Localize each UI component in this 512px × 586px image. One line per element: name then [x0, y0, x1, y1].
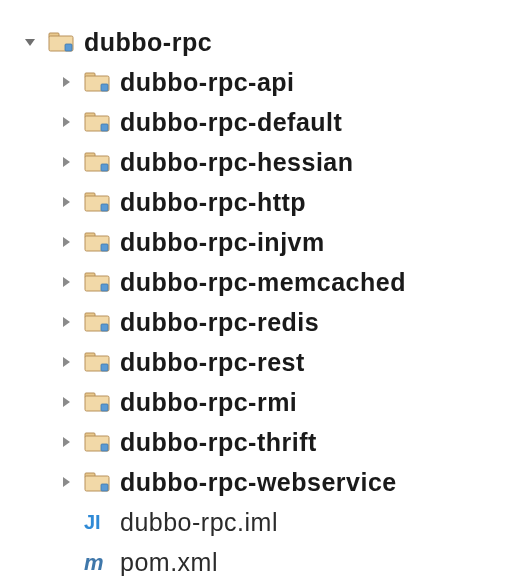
module-folder-icon	[84, 111, 110, 133]
tree-row[interactable]: m pom.xml	[22, 542, 512, 582]
tree-label: dubbo-rpc.iml	[120, 502, 278, 542]
module-folder-icon	[84, 231, 110, 253]
svg-marker-44	[63, 477, 70, 487]
chevron-right-icon[interactable]	[58, 194, 74, 210]
tree-row[interactable]: dubbo-rpc-http	[22, 182, 512, 222]
tree-label: dubbo-rpc-memcached	[120, 262, 406, 302]
chevron-right-icon[interactable]	[58, 154, 74, 170]
tree-label: dubbo-rpc-rest	[120, 342, 305, 382]
chevron-right-icon[interactable]	[58, 354, 74, 370]
chevron-right-icon[interactable]	[58, 314, 74, 330]
module-folder-icon	[48, 31, 74, 53]
tree-label: dubbo-rpc-default	[120, 102, 342, 142]
tree-row[interactable]: dubbo-rpc-memcached	[22, 262, 512, 302]
tree-label: dubbo-rpc-hessian	[120, 142, 354, 182]
tree-row[interactable]: dubbo-rpc-thrift	[22, 422, 512, 462]
module-folder-icon	[84, 71, 110, 93]
maven-pom-icon: m	[84, 551, 110, 573]
chevron-right-icon[interactable]	[58, 474, 74, 490]
module-folder-icon	[84, 351, 110, 373]
svg-rect-11	[101, 124, 108, 131]
svg-rect-31	[101, 324, 108, 331]
chevron-right-icon[interactable]	[58, 234, 74, 250]
svg-marker-36	[63, 397, 70, 407]
tree-label: dubbo-rpc-http	[120, 182, 306, 222]
tree-row[interactable]: dubbo-rpc-rmi	[22, 382, 512, 422]
iml-file-icon: JI	[84, 511, 110, 533]
svg-rect-43	[101, 444, 108, 451]
svg-text:m: m	[84, 551, 104, 573]
svg-rect-15	[101, 164, 108, 171]
svg-marker-0	[25, 39, 35, 46]
tree-row[interactable]: dubbo-rpc-hessian	[22, 142, 512, 182]
svg-text:JI: JI	[84, 511, 101, 533]
tree-row[interactable]: dubbo-rpc-webservice	[22, 462, 512, 502]
tree-label: dubbo-rpc-api	[120, 62, 295, 102]
module-folder-icon	[84, 311, 110, 333]
chevron-right-icon[interactable]	[58, 74, 74, 90]
chevron-down-icon[interactable]	[22, 34, 38, 50]
svg-marker-20	[63, 237, 70, 247]
svg-rect-35	[101, 364, 108, 371]
svg-marker-16	[63, 197, 70, 207]
svg-rect-47	[101, 484, 108, 491]
svg-marker-40	[63, 437, 70, 447]
svg-rect-23	[101, 244, 108, 251]
svg-marker-24	[63, 277, 70, 287]
tree-row[interactable]: dubbo-rpc-api	[22, 62, 512, 102]
svg-rect-3	[65, 44, 72, 51]
svg-rect-27	[101, 284, 108, 291]
tree-label: dubbo-rpc-injvm	[120, 222, 325, 262]
module-folder-icon	[84, 151, 110, 173]
svg-marker-8	[63, 117, 70, 127]
tree-row[interactable]: dubbo-rpc-injvm	[22, 222, 512, 262]
svg-rect-39	[101, 404, 108, 411]
module-folder-icon	[84, 271, 110, 293]
tree-row[interactable]: JI dubbo-rpc.iml	[22, 502, 512, 542]
svg-rect-7	[101, 84, 108, 91]
module-folder-icon	[84, 191, 110, 213]
svg-marker-28	[63, 317, 70, 327]
svg-marker-32	[63, 357, 70, 367]
tree-children: dubbo-rpc-api dubbo-rpc-default dubbo-rp…	[22, 62, 512, 582]
svg-marker-12	[63, 157, 70, 167]
tree-label: dubbo-rpc-rmi	[120, 382, 297, 422]
chevron-right-icon[interactable]	[58, 114, 74, 130]
project-tree: dubbo-rpc dubbo-rpc-api dubbo-rpc-defaul…	[0, 0, 512, 582]
chevron-right-icon[interactable]	[58, 274, 74, 290]
chevron-right-icon[interactable]	[58, 394, 74, 410]
tree-row[interactable]: dubbo-rpc-redis	[22, 302, 512, 342]
tree-row-root[interactable]: dubbo-rpc	[22, 22, 512, 62]
chevron-right-icon[interactable]	[58, 434, 74, 450]
module-folder-icon	[84, 471, 110, 493]
module-folder-icon	[84, 431, 110, 453]
svg-marker-4	[63, 77, 70, 87]
svg-rect-19	[101, 204, 108, 211]
tree-row[interactable]: dubbo-rpc-rest	[22, 342, 512, 382]
tree-label: dubbo-rpc-redis	[120, 302, 319, 342]
tree-label: pom.xml	[120, 542, 218, 582]
tree-label: dubbo-rpc-thrift	[120, 422, 317, 462]
tree-label: dubbo-rpc-webservice	[120, 462, 397, 502]
tree-label: dubbo-rpc	[84, 22, 212, 62]
module-folder-icon	[84, 391, 110, 413]
tree-row[interactable]: dubbo-rpc-default	[22, 102, 512, 142]
